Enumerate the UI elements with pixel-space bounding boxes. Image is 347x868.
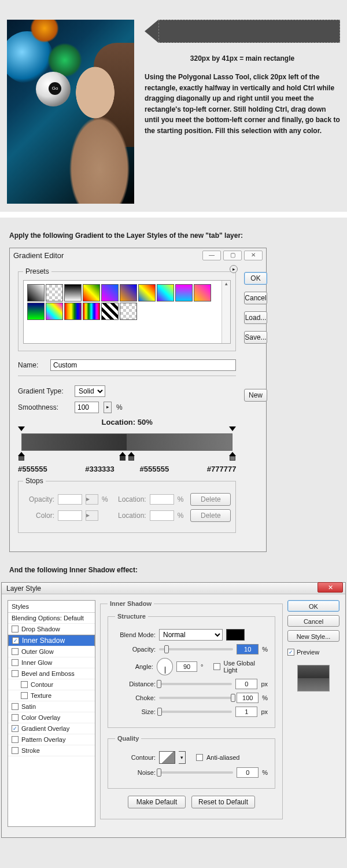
style-item-label: Satin — [21, 703, 36, 710]
blend-mode-select[interactable]: Normal — [159, 629, 223, 641]
smoothness-input[interactable] — [75, 402, 99, 413]
style-checkbox[interactable] — [12, 703, 19, 710]
stop-color-labels: #555555 #333333 #555555 #777777 — [18, 465, 236, 473]
choke-label: Choke: — [115, 694, 156, 701]
choke-value[interactable]: 100 — [237, 693, 259, 703]
style-item-label: Outer Glow — [21, 648, 54, 655]
style-checkbox[interactable] — [12, 659, 19, 666]
gradient-bar[interactable] — [18, 428, 236, 464]
style-item-label: Drop Shadow — [21, 626, 60, 632]
anti-aliased-label: Anti-aliased — [206, 754, 239, 761]
size-slider[interactable] — [159, 711, 232, 713]
noise-slider[interactable] — [159, 771, 233, 774]
presets-legend: Presets — [23, 267, 51, 275]
opacity-value[interactable]: 10 — [237, 644, 259, 654]
style-item-label: Inner Glow — [21, 659, 52, 666]
delete-opacity-stop-button[interactable]: Delete — [190, 493, 231, 506]
gradient-type-select[interactable]: Solid — [75, 385, 105, 397]
style-checkbox[interactable] — [21, 692, 28, 699]
preview-checkbox[interactable]: ✓ — [287, 649, 294, 656]
style-checkbox[interactable] — [12, 670, 19, 677]
structure-legend: Structure — [115, 613, 148, 620]
style-item-contour[interactable]: Contour — [8, 679, 95, 690]
stop-opacity-label: Opacity: — [23, 495, 54, 503]
size-value[interactable]: 1 — [235, 707, 257, 717]
style-item-label: Inner Shadow — [22, 637, 65, 645]
style-item-texture[interactable]: Texture — [8, 690, 95, 701]
blend-mode-label: Blend Mode: — [115, 631, 156, 638]
style-item-label: Pattern Overlay — [21, 736, 65, 743]
distance-slider[interactable] — [159, 683, 232, 685]
size-label: Size: — [115, 708, 156, 715]
name-input[interactable] — [50, 359, 236, 371]
gradient-editor-dialog: Gradient Editor — ▢ ✕ Presets ▸ — [9, 248, 267, 552]
use-global-light-checkbox[interactable] — [213, 663, 220, 670]
stop-location-label: Location: — [112, 495, 146, 503]
style-item-stroke[interactable]: Stroke — [8, 745, 95, 756]
style-checkbox[interactable] — [21, 681, 28, 688]
style-item-gradient-overlay[interactable]: ✓Gradient Overlay — [8, 723, 95, 734]
style-checkbox[interactable] — [12, 747, 19, 754]
make-default-button[interactable]: Make Default — [128, 796, 186, 808]
angle-dial[interactable] — [157, 658, 173, 675]
style-checkbox[interactable]: ✓ — [12, 637, 19, 644]
layer-style-dialog: Layer Style ✕ Styles Blending Options: D… — [1, 582, 346, 838]
close-button[interactable]: ✕ — [244, 251, 263, 260]
location-annotation: Location: 50% — [18, 418, 236, 426]
style-item-outer-glow[interactable]: Outer Glow — [8, 646, 95, 657]
load-button[interactable]: Load... — [244, 311, 267, 324]
style-item-pattern-overlay[interactable]: Pattern Overlay — [8, 734, 95, 745]
lasso-instructions: Using the Polygonal Lasso Tool, click 20… — [145, 72, 340, 137]
noise-value[interactable]: 0 — [237, 767, 259, 778]
tutorial-result-image: Go — [7, 20, 134, 204]
dialog-title: Layer Style — [6, 584, 41, 593]
cancel-button[interactable]: Cancel — [244, 292, 267, 304]
cancel-button[interactable]: Cancel — [287, 615, 339, 627]
preset-swatches[interactable]: ▴ — [23, 280, 231, 344]
style-checkbox[interactable] — [12, 736, 19, 743]
styles-list: Styles Blending Options: Default Drop Sh… — [8, 600, 95, 827]
name-label: Name: — [18, 361, 46, 369]
ok-button[interactable]: OK — [244, 272, 267, 285]
styles-header[interactable]: Styles — [8, 601, 95, 613]
use-global-light-label: Use Global Light — [224, 660, 268, 674]
style-checkbox[interactable] — [12, 626, 19, 632]
delete-color-stop-button[interactable]: Delete — [190, 509, 231, 522]
close-button[interactable]: ✕ — [318, 582, 343, 593]
minimize-button[interactable]: — — [202, 251, 221, 260]
preview-swatch — [297, 665, 330, 692]
style-item-inner-glow[interactable]: Inner Glow — [8, 657, 95, 668]
style-item-inner-shadow[interactable]: ✓Inner Shadow — [8, 635, 95, 646]
choke-slider[interactable] — [159, 697, 233, 699]
ok-button[interactable]: OK — [287, 600, 339, 612]
style-item-satin[interactable]: Satin — [8, 701, 95, 712]
presets-menu-icon[interactable]: ▸ — [230, 265, 238, 273]
contour-swatch[interactable] — [159, 751, 175, 764]
opacity-label: Opacity: — [115, 646, 156, 653]
distance-value[interactable]: 0 — [235, 679, 257, 689]
shadow-color-swatch[interactable] — [226, 629, 245, 641]
new-button[interactable]: New — [244, 389, 267, 402]
maximize-button[interactable]: ▢ — [223, 251, 242, 260]
save-button[interactable]: Save... — [244, 331, 267, 344]
style-checkbox[interactable] — [12, 648, 19, 655]
style-item-color-overlay[interactable]: Color Overlay — [8, 712, 95, 723]
reset-default-button[interactable]: Reset to Default — [191, 796, 255, 808]
distance-label: Distance: — [115, 681, 156, 687]
angle-value[interactable]: 90 — [176, 661, 197, 672]
smoothness-spinner[interactable]: ▸ — [104, 402, 112, 413]
style-item-bevel-and-emboss[interactable]: Bevel and Emboss — [8, 668, 95, 679]
angle-label: Angle: — [115, 663, 153, 670]
noise-label: Noise: — [115, 769, 156, 776]
style-item-label: Bevel and Emboss — [21, 670, 75, 677]
opacity-slider[interactable] — [159, 648, 233, 650]
new-style-button[interactable]: New Style... — [287, 630, 339, 642]
inner-shadow-instruction: And the following Inner Shadow effect: — [9, 566, 338, 574]
contour-dropdown[interactable]: ▾ — [179, 751, 186, 764]
style-checkbox[interactable] — [12, 714, 19, 721]
style-item-label: Color Overlay — [21, 714, 60, 721]
style-checkbox[interactable]: ✓ — [12, 725, 19, 732]
blending-options-item[interactable]: Blending Options: Default — [8, 613, 95, 624]
anti-aliased-checkbox[interactable] — [196, 754, 203, 761]
style-item-drop-shadow[interactable]: Drop Shadow — [8, 624, 95, 635]
